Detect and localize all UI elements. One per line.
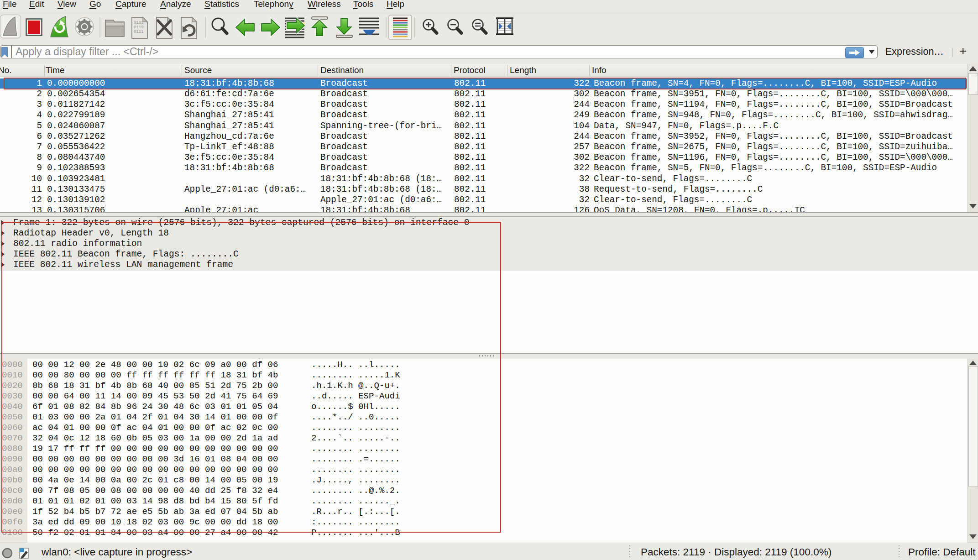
- svg-text:0110: 0110: [134, 25, 144, 30]
- svg-text:0111: 0111: [134, 30, 144, 34]
- svg-text:0101: 0101: [134, 21, 144, 25]
